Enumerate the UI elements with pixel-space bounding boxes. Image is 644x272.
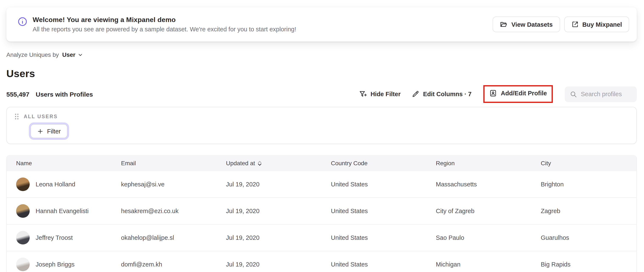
view-datasets-button[interactable]: View Datasets bbox=[493, 16, 560, 32]
filter-group-header: ALL USERS bbox=[14, 113, 628, 120]
cell-region: Massachusetts bbox=[426, 181, 532, 188]
cell-name: Joseph Briggs bbox=[7, 258, 112, 271]
stats-toolbar: 555,497 Users with Profiles Hide Filter bbox=[6, 86, 637, 102]
cell-country-code: United States bbox=[322, 208, 426, 214]
cell-region: Sao Paulo bbox=[426, 234, 532, 241]
cell-updated-at: Jul 19, 2020 bbox=[217, 234, 322, 241]
avatar bbox=[16, 258, 30, 271]
analyze-uniques-label: Analyze Uniques by bbox=[6, 51, 59, 58]
banner-title: Welcome! You are viewing a Mixpanel demo bbox=[33, 16, 296, 24]
column-header-label: Updated at bbox=[226, 160, 255, 167]
column-header-label: Country Code bbox=[331, 160, 368, 167]
table-row[interactable]: Leona Holland kephesaj@si.ve Jul 19, 202… bbox=[7, 171, 636, 198]
column-header-name[interactable]: Name bbox=[7, 160, 112, 167]
search-icon bbox=[570, 90, 577, 98]
cell-email: okahelop@lalijpe.sl bbox=[112, 234, 217, 241]
table-body: Leona Holland kephesaj@si.ve Jul 19, 202… bbox=[7, 171, 636, 272]
cell-region: City of Zagreb bbox=[426, 208, 532, 214]
column-header-label: City bbox=[541, 160, 551, 167]
add-edit-profile-button[interactable]: Add/Edit Profile bbox=[490, 89, 547, 97]
cell-name: Jeffrey Troost bbox=[7, 231, 112, 245]
annotation-highlight-box: Add/Edit Profile bbox=[484, 85, 553, 103]
add-filter-button[interactable]: Filter bbox=[30, 124, 68, 138]
table-header-row: Name Email Updated at Country Code Regio… bbox=[7, 155, 636, 171]
chevron-down-icon bbox=[78, 52, 83, 57]
column-header-label: Region bbox=[436, 160, 455, 167]
search-profiles-input[interactable] bbox=[581, 91, 632, 97]
cell-updated-at: Jul 19, 2020 bbox=[217, 261, 322, 268]
hide-filter-button[interactable]: Hide Filter bbox=[359, 90, 401, 98]
buy-mixpanel-button[interactable]: Buy Mixpanel bbox=[564, 16, 629, 32]
cell-city: Big Rapids bbox=[532, 261, 636, 268]
info-icon bbox=[18, 17, 27, 26]
welcome-banner-text: Welcome! You are viewing a Mixpanel demo… bbox=[18, 16, 296, 33]
hide-filter-label: Hide Filter bbox=[370, 91, 401, 97]
profiles-count-value: 555,497 bbox=[6, 90, 29, 98]
table-row[interactable]: Hannah Evangelisti hesakrem@ezi.co.uk Ju… bbox=[7, 198, 636, 225]
page-title: Users bbox=[6, 68, 35, 80]
table-row[interactable]: Jeffrey Troost okahelop@lalijpe.sl Jul 1… bbox=[7, 225, 636, 251]
table-row[interactable]: Joseph Briggs domfi@zem.kh Jul 19, 2020 … bbox=[7, 251, 636, 272]
avatar bbox=[16, 231, 30, 245]
profiles-count-label: Users with Profiles bbox=[36, 90, 93, 98]
filter-card: ALL USERS Filter bbox=[6, 107, 637, 144]
external-link-icon bbox=[571, 21, 578, 28]
banner-actions: View Datasets Buy Mixpanel bbox=[493, 16, 629, 32]
edit-columns-label: Edit Columns · 7 bbox=[423, 91, 472, 97]
column-header-label: Email bbox=[121, 160, 136, 167]
user-name: Jeffrey Troost bbox=[36, 234, 73, 241]
cell-name: Hannah Evangelisti bbox=[7, 204, 112, 218]
folder-icon bbox=[500, 20, 508, 28]
analyze-by-value: User bbox=[62, 51, 76, 58]
profiles-table: Name Email Updated at Country Code Regio… bbox=[6, 155, 637, 272]
profiles-count: 555,497 Users with Profiles bbox=[6, 90, 93, 98]
cell-country-code: United States bbox=[322, 261, 426, 268]
cell-city: Brighton bbox=[532, 181, 636, 188]
column-header-updated-at[interactable]: Updated at bbox=[217, 160, 322, 167]
user-name: Hannah Evangelisti bbox=[36, 208, 88, 214]
user-name: Joseph Briggs bbox=[36, 261, 74, 268]
column-header-country-code[interactable]: Country Code bbox=[322, 160, 426, 167]
cell-updated-at: Jul 19, 2020 bbox=[217, 181, 322, 188]
cell-region: Michigan bbox=[426, 261, 532, 268]
cell-updated-at: Jul 19, 2020 bbox=[217, 208, 322, 214]
plus-icon bbox=[37, 128, 43, 134]
table-toolbar: Hide Filter Edit Columns · 7 bbox=[359, 85, 637, 103]
search-profiles-box bbox=[565, 86, 637, 102]
banner-subtitle: All the reports you see are powered by a… bbox=[33, 26, 296, 33]
analyze-by-dropdown[interactable]: User bbox=[62, 51, 83, 58]
cell-name: Leona Holland bbox=[7, 178, 112, 191]
column-header-city[interactable]: City bbox=[532, 160, 636, 167]
view-datasets-label: View Datasets bbox=[512, 21, 553, 28]
cell-city: Guarulhos bbox=[532, 234, 636, 241]
mixpanel-users-page: Welcome! You are viewing a Mixpanel demo… bbox=[0, 0, 644, 272]
column-header-label: Name bbox=[16, 160, 32, 167]
cell-country-code: United States bbox=[322, 234, 426, 241]
welcome-banner: Welcome! You are viewing a Mixpanel demo… bbox=[6, 7, 637, 41]
cell-city: Zagreb bbox=[532, 208, 636, 214]
funnel-plus-icon bbox=[359, 90, 367, 98]
add-filter-label: Filter bbox=[47, 128, 61, 135]
pencil-icon bbox=[412, 90, 419, 98]
analyze-uniques-row: Analyze Uniques by User bbox=[6, 51, 83, 58]
profile-card-icon bbox=[490, 89, 497, 97]
cell-email: domfi@zem.kh bbox=[112, 261, 217, 268]
edit-columns-button[interactable]: Edit Columns · 7 bbox=[412, 90, 472, 98]
column-header-email[interactable]: Email bbox=[112, 160, 217, 167]
add-edit-profile-label: Add/Edit Profile bbox=[501, 90, 547, 97]
user-name: Leona Holland bbox=[36, 181, 75, 188]
avatar bbox=[16, 204, 30, 218]
filter-group-label: ALL USERS bbox=[24, 114, 58, 119]
avatar bbox=[16, 178, 30, 191]
sort-icon bbox=[258, 161, 261, 166]
cell-email: kephesaj@si.ve bbox=[112, 181, 217, 188]
drag-handle-icon[interactable] bbox=[14, 113, 19, 120]
column-header-region[interactable]: Region bbox=[426, 160, 532, 167]
cell-country-code: United States bbox=[322, 181, 426, 188]
cell-email: hesakrem@ezi.co.uk bbox=[112, 208, 217, 214]
buy-mixpanel-label: Buy Mixpanel bbox=[582, 21, 622, 28]
